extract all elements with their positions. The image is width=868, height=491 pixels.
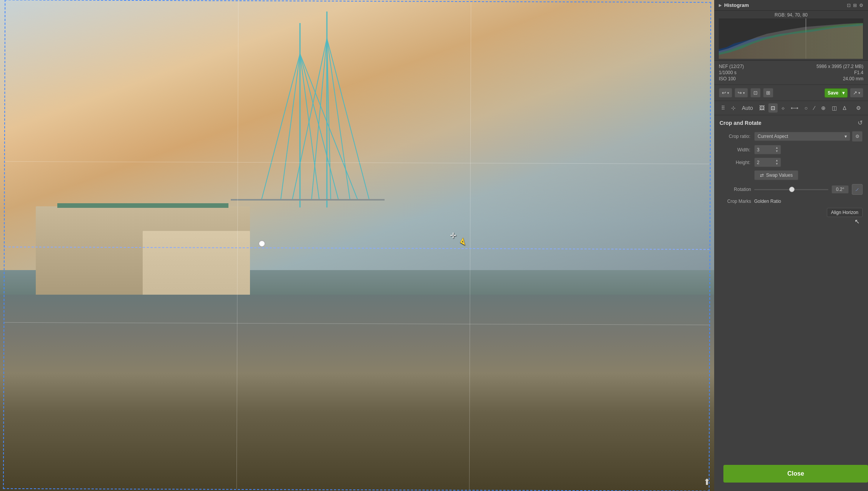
histogram-icon-2[interactable]: ⊞: [853, 3, 857, 8]
tools-row: ⠿ ⊹ Auto 🖼 ⊡ ⟐ ⟷ ○ ∕ ⊕ ◫: [714, 101, 868, 115]
crop-ratio-label: Crop ratio:: [720, 134, 754, 139]
rotation-slider-thumb[interactable]: [789, 187, 795, 192]
circle-tool-button[interactable]: ○: [802, 103, 810, 113]
width-label: Width:: [720, 147, 754, 153]
file-dimensions: 5986 x 3995 (27.2 MB): [791, 64, 863, 69]
crop-marks-value: Golden Ratio: [754, 199, 781, 204]
select-tool-icon: ⟐: [781, 105, 785, 111]
brush-tool-icon: ∆: [843, 105, 846, 111]
redo-dropdown[interactable]: ▾: [743, 91, 745, 95]
photo-tool-icon: 🖼: [759, 105, 765, 111]
horizon-line: [5, 247, 710, 250]
redo-icon: ↪: [738, 90, 742, 96]
rotation-align-horizon-button[interactable]: ⟋: [852, 184, 863, 195]
undo-icon: ↩: [722, 90, 726, 96]
grid-line-vertical-2: [469, 2, 471, 490]
heal-tool-button[interactable]: ⊕: [819, 103, 828, 113]
swap-values-button[interactable]: ⇄ Swap Values: [754, 170, 798, 180]
histogram-section: ▶ Histogram ⊡ ⊞ ⚙ RGB: 94, 70, 80: [714, 0, 868, 60]
crop-tool-icon: ⊡: [771, 105, 775, 111]
grid-line-horizontal-1: [5, 161, 710, 164]
file-info: NEF (12/27) 5986 x 3995 (27.2 MB) 1/1000…: [714, 60, 868, 85]
save-label: Save: [828, 90, 838, 96]
crop-tool-cursor: ✛: [450, 231, 456, 240]
cursor-tool-button[interactable]: ⊹: [729, 103, 738, 113]
file-shutter: 1/1000 s: [719, 70, 791, 75]
undo-dropdown[interactable]: ▾: [727, 91, 729, 95]
auto-label: Auto: [742, 105, 753, 111]
crop-marks-label: Crop Marks: [720, 199, 751, 204]
toolbar: ↩ ▾ ↪ ▾ ⊡ ⊞ Save ▾ ↗ ▾: [714, 85, 868, 101]
width-row: Width: 3 ▲ ▼: [720, 145, 863, 154]
paste-button[interactable]: ⊞: [763, 88, 773, 98]
copy-icon: ⊡: [753, 90, 758, 96]
crop-marks-row: Crop Marks Golden Ratio: [720, 199, 863, 204]
crop-ratio-settings-button[interactable]: ⚙: [852, 131, 863, 142]
auto-button[interactable]: Auto: [740, 103, 755, 113]
circle-tool-icon: ○: [805, 105, 808, 111]
histogram-title-row: ▶ Histogram: [719, 2, 749, 8]
crop-ratio-dropdown[interactable]: Current Aspect ▾: [754, 132, 850, 141]
close-button-area: Close: [714, 461, 868, 491]
height-input[interactable]: 2 ▲ ▼: [754, 158, 781, 167]
rotation-label: Rotation: [720, 187, 751, 192]
tooltip-area: Align Horizon: [720, 207, 863, 217]
photo-background: ✛ 📐: [0, 0, 714, 491]
height-spinners: ▲ ▼: [775, 159, 778, 166]
save-button[interactable]: Save ▾: [825, 88, 848, 98]
histogram-graph: [719, 18, 863, 59]
height-decrement[interactable]: ▼: [775, 163, 778, 166]
pen-tool-icon: ∕: [814, 105, 815, 111]
paste-icon: ⊞: [766, 90, 770, 96]
clone-tool-button[interactable]: ◫: [830, 103, 839, 113]
save-dropdown-arrow[interactable]: ▾: [840, 90, 845, 96]
redo-button[interactable]: ↪ ▾: [735, 88, 748, 98]
histogram-collapse-button[interactable]: ▶: [719, 3, 722, 7]
height-value: 2: [757, 160, 760, 165]
share-button[interactable]: ↗ ▾: [850, 88, 863, 98]
share-icon: ↗: [853, 90, 857, 96]
histogram-svg: [719, 18, 863, 59]
crop-ratio-row: Crop ratio: Current Aspect ▾ ⚙: [720, 131, 863, 142]
measure-tool-button[interactable]: ⟷: [788, 103, 801, 113]
pen-tool-button[interactable]: ∕: [811, 103, 817, 113]
file-format: NEF (12/27): [719, 64, 791, 69]
histogram-header: ▶ Histogram ⊡ ⊞ ⚙: [714, 0, 868, 11]
swap-values-label: Swap Values: [766, 173, 793, 178]
swap-values-row: ⇄ Swap Values: [720, 170, 863, 180]
crop-reset-button[interactable]: ↺: [858, 119, 863, 126]
height-increment[interactable]: ▲: [775, 159, 778, 162]
copy-button[interactable]: ⊡: [750, 88, 761, 98]
swap-arrows-icon: ⇄: [760, 173, 764, 178]
share-dropdown[interactable]: ▾: [858, 91, 860, 95]
width-increment[interactable]: ▲: [775, 146, 778, 149]
file-focal-length: 24.00 mm: [791, 76, 863, 81]
rotation-slider[interactable]: [754, 186, 828, 193]
crop-tool-button[interactable]: ⊡: [768, 103, 778, 113]
settings-tool-button[interactable]: ⚙: [854, 103, 863, 113]
close-button[interactable]: Close: [723, 465, 868, 483]
image-area: ✛ 📐 ⬆: [0, 0, 714, 491]
photo-tool-button[interactable]: 🖼: [757, 103, 767, 113]
histogram-settings-icon[interactable]: ⚙: [859, 3, 863, 8]
measure-tool-icon: ⟷: [791, 105, 798, 111]
histogram-title: Histogram: [724, 2, 749, 8]
crop-overlay[interactable]: [0, 0, 714, 491]
width-input[interactable]: 3 ▲ ▼: [754, 145, 781, 154]
file-aperture: F1.4: [791, 70, 863, 75]
select-tool-button[interactable]: ⟐: [779, 103, 787, 113]
width-decrement[interactable]: ▼: [775, 150, 778, 153]
grid-line-vertical-1: [237, 1, 238, 489]
rotation-row: Rotation 0.2° ⟋: [720, 184, 863, 195]
crop-ratio-dropdown-arrow: ▾: [845, 134, 847, 139]
histogram-icon-1[interactable]: ⊡: [847, 3, 851, 8]
sliders-tool-button[interactable]: ⠿: [719, 103, 727, 113]
histogram-rgb-value: RGB: 94, 70, 80: [714, 11, 868, 18]
crop-and-rotate-panel: Crop and Rotate ↺ Crop ratio: Current As…: [714, 115, 868, 461]
rotation-handle[interactable]: [258, 240, 265, 247]
undo-button[interactable]: ↩ ▾: [719, 88, 732, 98]
brush-tool-button[interactable]: ∆: [841, 103, 849, 113]
rotation-value-display[interactable]: 0.2°: [831, 185, 849, 194]
heal-tool-icon: ⊕: [821, 105, 826, 111]
clone-tool-icon: ◫: [832, 105, 837, 111]
